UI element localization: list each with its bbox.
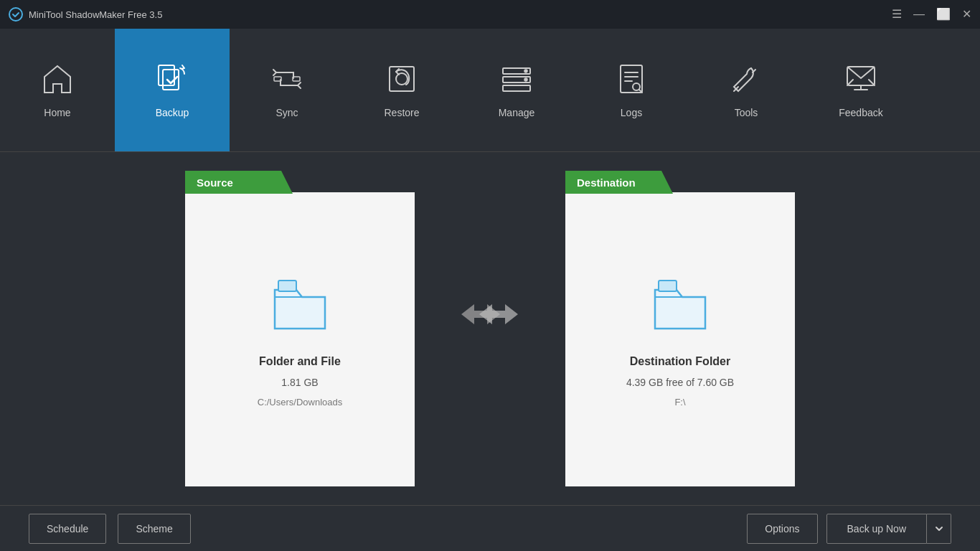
app-logo-icon: [9, 7, 23, 22]
source-size: 1.81 GB: [281, 377, 318, 388]
nav-label-manage: Manage: [499, 107, 535, 118]
source-panel-wrapper: Source Folder and File 1.81 GB C:/Users/…: [185, 192, 415, 486]
source-panel[interactable]: Folder and File 1.81 GB C:/Users/Downloa…: [185, 192, 415, 486]
backup-now-button[interactable]: Back up Now: [826, 514, 927, 544]
nav-label-logs: Logs: [621, 107, 642, 118]
maximize-button[interactable]: ⬜: [936, 9, 951, 20]
nav-label-feedback: Feedback: [839, 107, 882, 118]
destination-panel-body: Destination Folder 4.39 GB free of 7.60 …: [565, 192, 795, 486]
nav-item-home[interactable]: Home: [0, 29, 115, 151]
destination-folder-icon: [648, 272, 712, 339]
svg-point-6: [396, 73, 407, 85]
svg-point-11: [524, 78, 527, 81]
destination-panel[interactable]: Destination Folder 4.39 GB free of 7.60 …: [565, 192, 795, 486]
home-icon: [41, 62, 74, 100]
svg-rect-9: [503, 85, 530, 91]
svg-rect-2: [163, 70, 179, 90]
nav-label-home: Home: [44, 107, 70, 118]
svg-point-10: [524, 70, 527, 72]
svg-rect-25: [659, 281, 677, 291]
bottom-bar: Schedule Scheme Options Back up Now: [0, 505, 980, 551]
nav-item-feedback[interactable]: Feedback: [804, 29, 918, 151]
destination-header: Destination: [565, 171, 673, 194]
menu-button[interactable]: ☰: [892, 9, 902, 20]
nav-item-backup[interactable]: Backup: [115, 29, 230, 151]
nav-label-restore: Restore: [384, 107, 419, 118]
nav-item-logs[interactable]: Logs: [574, 29, 689, 151]
destination-path: F:\: [674, 397, 685, 408]
nav-label-sync: Sync: [275, 107, 298, 118]
source-folder-icon: [268, 272, 332, 339]
nav-item-restore[interactable]: Restore: [344, 29, 459, 151]
bottom-right-actions: Options Back up Now: [747, 514, 951, 544]
source-panel-body: Folder and File 1.81 GB C:/Users/Downloa…: [185, 192, 415, 486]
destination-header-label: Destination: [577, 176, 636, 189]
minimize-button[interactable]: —: [913, 9, 925, 20]
nav-item-manage[interactable]: Manage: [459, 29, 574, 151]
backup-icon: [156, 62, 189, 100]
schedule-button[interactable]: Schedule: [29, 514, 106, 544]
destination-free-space: 4.39 GB free of 7.60 GB: [626, 377, 734, 388]
destination-panel-wrapper: Destination Destination Folder 4.39 GB f…: [565, 192, 795, 486]
source-header: Source: [185, 171, 293, 194]
source-label: Folder and File: [259, 355, 341, 368]
feedback-icon: [844, 62, 877, 100]
nav-item-sync[interactable]: Sync: [230, 29, 344, 151]
source-header-label: Source: [197, 176, 233, 189]
nav-label-tools: Tools: [735, 107, 758, 118]
close-button[interactable]: ✕: [962, 9, 971, 20]
nav-item-tools[interactable]: Tools: [689, 29, 804, 151]
scheme-button[interactable]: Scheme: [118, 514, 190, 544]
bottom-left-actions: Schedule Scheme: [29, 514, 191, 544]
arrow-area: [458, 296, 522, 332]
backup-now-wrapper: Back up Now: [826, 514, 951, 544]
tools-icon: [730, 62, 763, 100]
backup-now-dropdown-button[interactable]: [927, 514, 951, 544]
logs-icon: [615, 62, 648, 100]
manage-icon: [500, 62, 533, 100]
nav-label-backup: Backup: [156, 107, 189, 118]
title-bar: MiniTool ShadowMaker Free 3.5 ☰ — ⬜ ✕: [0, 0, 980, 29]
restore-icon: [385, 62, 418, 100]
title-left: MiniTool ShadowMaker Free 3.5: [9, 7, 162, 22]
svg-point-0: [9, 8, 22, 21]
nav-bar: Home Backup Sync: [0, 29, 980, 152]
svg-line-20: [847, 80, 853, 85]
options-button[interactable]: Options: [747, 514, 817, 544]
source-path: C:/Users/Downloads: [258, 397, 343, 408]
sync-icon: [270, 62, 303, 100]
app-title: MiniTool ShadowMaker Free 3.5: [29, 9, 162, 20]
main-content: Source Folder and File 1.81 GB C:/Users/…: [0, 152, 980, 505]
destination-label: Destination Folder: [630, 355, 730, 368]
svg-line-21: [869, 80, 875, 85]
svg-rect-24: [278, 281, 296, 291]
title-controls: ☰ — ⬜ ✕: [892, 9, 971, 20]
chevron-down-icon: [935, 525, 943, 532]
